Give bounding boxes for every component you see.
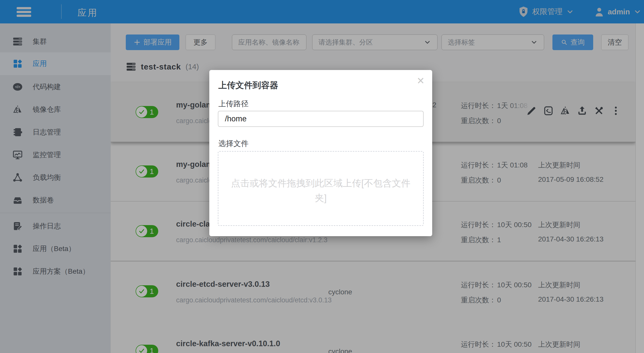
upload-path-input[interactable] — [218, 111, 424, 127]
file-select-label: 选择文件 — [218, 138, 249, 149]
upload-file-modal: 上传文件到容器 ✕ 上传路径 选择文件 点击或将文件拖拽到此区域上传[不包含文件… — [209, 70, 432, 236]
dropzone-hint: 点击或将文件拖拽到此区域上传[不包含文件夹] — [228, 176, 414, 205]
close-icon[interactable]: ✕ — [417, 76, 425, 86]
upload-path-label: 上传路径 — [218, 99, 249, 109]
app-screen: 应用 权限管理 admin — [0, 0, 644, 353]
file-dropzone[interactable]: 点击或将文件拖拽到此区域上传[不包含文件夹] — [218, 151, 424, 226]
modal-title: 上传文件到容器 — [218, 80, 278, 91]
